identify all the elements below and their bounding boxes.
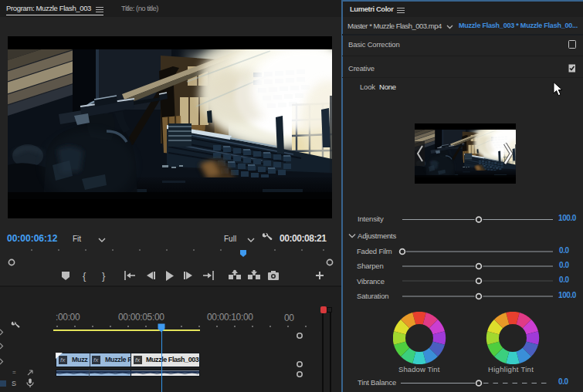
svg-text:{: { — [83, 270, 86, 282]
svg-text:}: } — [102, 270, 106, 282]
